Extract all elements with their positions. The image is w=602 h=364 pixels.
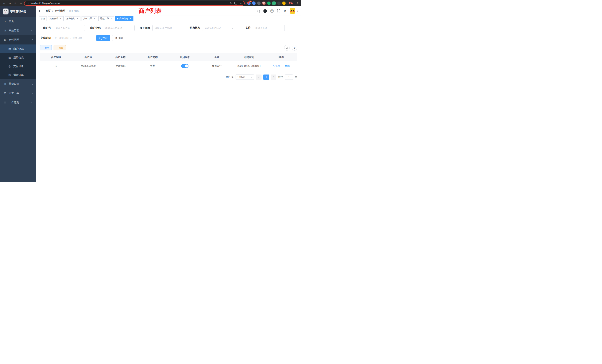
close-icon[interactable]: × bbox=[59, 17, 62, 20]
password-key-icon[interactable] bbox=[230, 2, 232, 4]
profile-avatar-icon[interactable] bbox=[282, 1, 286, 5]
plus-icon: + bbox=[43, 46, 44, 49]
app-logo[interactable]: 芋道管理系统 bbox=[0, 6, 36, 17]
search-button[interactable]: 搜索 bbox=[96, 35, 110, 41]
sidebar-item-app-info[interactable]: ▦ 应用信息 bbox=[0, 53, 36, 62]
gear-icon: ⚙ bbox=[3, 29, 7, 32]
sidebar-item-dev-tools[interactable]: ⚒ 研发工具 bbox=[0, 89, 36, 98]
breadcrumb-home[interactable]: 首页 bbox=[45, 9, 51, 13]
extension-icon[interactable] bbox=[262, 1, 266, 5]
trash-icon bbox=[283, 65, 284, 67]
breadcrumb-payment[interactable]: 支付管理 bbox=[55, 9, 65, 13]
filter-row-2: 创建时间 ⊞ 开始日期 - 结束日期 搜索 ↺ 重置 bbox=[40, 35, 297, 41]
next-page-button[interactable] bbox=[271, 75, 276, 80]
browser-menu-icon[interactable]: ⋮ bbox=[296, 2, 299, 5]
goto-page-input[interactable] bbox=[285, 75, 293, 80]
page-number-1[interactable]: 1 bbox=[263, 75, 269, 80]
share-icon[interactable]: ↑ bbox=[235, 2, 237, 4]
export-button[interactable]: ↧ 导出 bbox=[54, 45, 66, 50]
extension-icon[interactable] bbox=[277, 1, 281, 5]
font-size-icon[interactable]: TT bbox=[284, 10, 286, 12]
sidebar-item-workflow[interactable]: ≣ 工作流程 bbox=[0, 98, 36, 107]
chevron-left-icon bbox=[258, 76, 260, 78]
url-text: localhost:1024/pay/merchant bbox=[31, 2, 228, 4]
download-icon: ↧ bbox=[56, 46, 58, 49]
back-icon[interactable]: ← bbox=[2, 1, 7, 6]
site-info-icon[interactable]: ⓘ bbox=[27, 1, 29, 5]
page-content: 商户号 商户全称 商户简称 开启状态 请选择开启状态 bbox=[36, 22, 301, 182]
sidebar-item-home[interactable]: ◔ 首页 bbox=[0, 17, 36, 26]
filter-merchant-short: 商户简称 bbox=[139, 25, 184, 31]
goto-suffix: 页 bbox=[295, 75, 297, 79]
sidebar-item-infrastructure[interactable]: ▥ 基础设施 bbox=[0, 79, 36, 89]
filter-remark: 备注 bbox=[240, 25, 285, 31]
add-button[interactable]: + 新增 bbox=[40, 45, 52, 50]
status-select[interactable]: 请选择开启状态 bbox=[202, 25, 235, 31]
filter-status: 开启状态 请选择开启状态 bbox=[189, 25, 235, 31]
home-icon[interactable]: ⌂ bbox=[19, 1, 23, 6]
sidebar-item-system[interactable]: ⚙ 系统管理 bbox=[0, 26, 36, 35]
cell-merchant-no: M233666999 bbox=[72, 64, 105, 67]
chevron-down-icon bbox=[32, 101, 33, 103]
workflow-icon: ≣ bbox=[3, 101, 7, 104]
merchant-short-input[interactable] bbox=[152, 25, 184, 31]
extension-icon[interactable] bbox=[272, 1, 276, 5]
tag-merchant-info[interactable]: 商户信息× bbox=[115, 16, 133, 21]
extension-icon[interactable] bbox=[267, 1, 271, 5]
infrastructure-icon: ▥ bbox=[3, 82, 7, 86]
sidebar-item-refund-order[interactable]: ▨ 退款订单 bbox=[0, 71, 36, 79]
address-bar[interactable]: ⓘ localhost:1024/pay/merchant ↑ ☆ bbox=[24, 1, 245, 6]
github-icon[interactable] bbox=[263, 9, 267, 13]
breadcrumb: 首页 / 支付管理 / 商户信息 bbox=[45, 9, 79, 13]
status-toggle[interactable] bbox=[181, 64, 189, 68]
cell-merchant-name: 芋道源码 bbox=[104, 64, 137, 68]
remark-input[interactable] bbox=[253, 25, 285, 31]
fullscreen-icon[interactable] bbox=[277, 10, 280, 12]
page-size-select[interactable]: 10条/页 bbox=[236, 75, 254, 80]
table-toolbar: + 新增 ↧ 导出 ↻ bbox=[40, 45, 297, 51]
sidebar-toggle[interactable] bbox=[39, 10, 43, 12]
calendar-icon: ⊞ bbox=[55, 36, 57, 40]
refresh-table-button[interactable]: ↻ bbox=[292, 45, 297, 51]
browser-update-button[interactable]: 更新 bbox=[287, 2, 294, 5]
yen-icon: ¥ bbox=[3, 38, 7, 42]
help-icon[interactable]: ? bbox=[270, 10, 274, 13]
app-title: 芋道管理系统 bbox=[10, 10, 26, 13]
refresh-icon: ↺ bbox=[115, 37, 117, 39]
close-icon[interactable]: × bbox=[129, 17, 132, 20]
tag-process-form[interactable]: 流程表单× bbox=[48, 16, 64, 21]
merchant-no-input[interactable] bbox=[53, 25, 85, 31]
sidebar-item-payment[interactable]: ¥ 支付管理 bbox=[0, 35, 36, 44]
extension-icon[interactable]: 10 bbox=[247, 1, 251, 5]
sidebar-item-merchant-info[interactable]: ▤ 商户信息 bbox=[0, 44, 36, 53]
browser-chrome: ← → ↻ ⌂ ⓘ localhost:1024/pay/merchant ↑ … bbox=[0, 0, 301, 6]
toggle-search-button[interactable] bbox=[284, 45, 290, 51]
reset-button[interactable]: ↺ 重置 bbox=[112, 35, 126, 41]
extension-icon[interactable] bbox=[252, 1, 256, 5]
merchant-name-input[interactable] bbox=[103, 25, 135, 31]
tag-pay-order[interactable]: 支付订单× bbox=[82, 16, 97, 21]
tag-home[interactable]: 首页 bbox=[39, 16, 47, 21]
close-icon[interactable]: × bbox=[76, 17, 79, 20]
delete-button[interactable]: 删除 bbox=[283, 64, 290, 67]
search-icon[interactable] bbox=[258, 10, 260, 12]
payment-submenu: ▤ 商户信息 ▦ 应用信息 ◎ 支付订单 ▨ 退款订单 bbox=[0, 44, 36, 79]
close-icon[interactable]: × bbox=[93, 17, 96, 20]
edit-button[interactable]: ✎修改 bbox=[273, 64, 280, 67]
avatar-caret-icon[interactable]: ▾ bbox=[297, 10, 298, 12]
tag-refund-order[interactable]: 退款订单× bbox=[98, 16, 114, 21]
forward-icon[interactable]: → bbox=[7, 1, 12, 6]
reload-icon[interactable]: ↻ bbox=[13, 1, 18, 6]
user-avatar[interactable] bbox=[290, 8, 295, 14]
close-icon[interactable]: × bbox=[110, 17, 112, 20]
table-header-row: 商户编号 商户号 商户全称 商户简称 开启状态 备注 创建时间 操作 bbox=[40, 53, 297, 61]
extension-icon[interactable] bbox=[257, 1, 261, 5]
date-range-picker[interactable]: ⊞ 开始日期 - 结束日期 bbox=[53, 35, 94, 41]
cell-create-time: 2021-10-23 08:31:14 bbox=[233, 64, 265, 67]
prev-page-button[interactable] bbox=[256, 75, 261, 80]
bookmark-star-icon[interactable]: ☆ bbox=[240, 2, 242, 5]
cell-remark: 我是备注 bbox=[201, 64, 233, 68]
sidebar-item-pay-order[interactable]: ◎ 支付订单 bbox=[0, 62, 36, 71]
tag-user-group[interactable]: 用户分组× bbox=[65, 16, 80, 21]
browser-extensions-area: 10 更新 ⋮ bbox=[245, 1, 299, 5]
